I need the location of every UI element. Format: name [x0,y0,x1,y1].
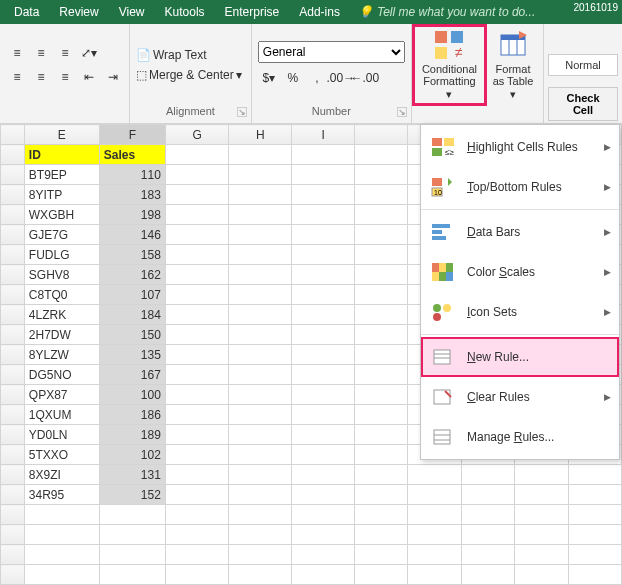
cell[interactable] [165,565,228,585]
row-header[interactable] [1,345,25,365]
cell[interactable]: 152 [99,485,165,505]
cell[interactable]: 198 [99,205,165,225]
cell[interactable] [165,165,228,185]
cell[interactable] [354,165,407,185]
cell[interactable] [292,485,355,505]
row-header[interactable] [1,165,25,185]
cell[interactable]: GJE7G [24,225,99,245]
cell[interactable]: 100 [99,385,165,405]
cell[interactable]: Sales [99,145,165,165]
cell[interactable]: 8YITP [24,185,99,205]
menu-data-bars[interactable]: Data Bars ▶ [421,212,619,252]
cell[interactable] [354,345,407,365]
cell[interactable] [354,185,407,205]
menu-highlight-cells-rules[interactable]: ≤≥ HHighlight Cells Rulesighlight Cells … [421,127,619,167]
cell[interactable] [229,505,292,525]
cell[interactable] [165,525,228,545]
number-launcher-icon[interactable]: ↘ [397,107,407,117]
cell[interactable] [354,265,407,285]
tab-data[interactable]: Data [4,0,49,24]
cell[interactable] [165,265,228,285]
cell[interactable] [292,505,355,525]
cell[interactable] [229,565,292,585]
row-header[interactable] [1,325,25,345]
cell[interactable] [354,405,407,425]
style-check-cell[interactable]: Check Cell [548,87,618,121]
comma-button[interactable]: , [306,67,328,89]
cell[interactable]: C8TQ0 [24,285,99,305]
cell[interactable] [568,465,621,485]
cell[interactable] [515,505,568,525]
tab-kutools[interactable]: Kutools [155,0,215,24]
col-header-f[interactable]: F [99,125,165,145]
cell[interactable] [292,325,355,345]
cell[interactable]: SGHV8 [24,265,99,285]
cell[interactable]: YD0LN [24,425,99,445]
cell[interactable] [165,245,228,265]
cell[interactable] [354,145,407,165]
cell[interactable] [515,545,568,565]
cell[interactable]: 8X9ZI [24,465,99,485]
merge-center-button[interactable]: ⬚ Merge & Center ▾ [136,68,242,82]
row-header[interactable] [1,205,25,225]
cell[interactable] [354,485,407,505]
cell[interactable] [292,265,355,285]
cell[interactable] [292,245,355,265]
cell[interactable]: 146 [99,225,165,245]
cell[interactable] [165,485,228,505]
menu-top-bottom-rules[interactable]: 10 Top/Bottom Rules ▶ [421,167,619,207]
cell[interactable] [515,465,568,485]
cell[interactable] [292,425,355,445]
cell[interactable] [165,405,228,425]
alignment-launcher-icon[interactable]: ↘ [237,107,247,117]
cell[interactable] [408,545,461,565]
cell[interactable] [292,465,355,485]
cell[interactable]: 162 [99,265,165,285]
cell[interactable] [229,165,292,185]
cell[interactable] [229,205,292,225]
cell[interactable] [354,505,407,525]
row-header[interactable] [1,485,25,505]
cell[interactable] [229,285,292,305]
cell[interactable] [461,565,514,585]
cell[interactable]: 110 [99,165,165,185]
wrap-text-button[interactable]: 📄 Wrap Text [136,48,242,62]
cell[interactable]: 1QXUM [24,405,99,425]
cell[interactable] [354,205,407,225]
tab-review[interactable]: Review [49,0,108,24]
cell[interactable]: 107 [99,285,165,305]
cell[interactable] [292,405,355,425]
cell[interactable]: 135 [99,345,165,365]
cell[interactable] [99,525,165,545]
cell[interactable] [99,565,165,585]
cell[interactable] [292,345,355,365]
cell[interactable] [229,405,292,425]
cell[interactable] [568,485,621,505]
row-header[interactable] [1,245,25,265]
cell[interactable] [568,505,621,525]
cell[interactable] [408,565,461,585]
cell[interactable] [354,465,407,485]
tab-addins[interactable]: Add-ins [289,0,350,24]
cell[interactable] [165,145,228,165]
cell[interactable] [354,365,407,385]
row-header[interactable] [1,465,25,485]
cell[interactable] [165,345,228,365]
cell[interactable]: 4LZRK [24,305,99,325]
cell[interactable] [461,485,514,505]
cell[interactable] [229,425,292,445]
cell[interactable]: ID [24,145,99,165]
cell[interactable] [165,465,228,485]
cell[interactable] [229,365,292,385]
cell[interactable] [515,485,568,505]
decrease-decimal-button[interactable]: ←.00 [354,67,376,89]
row-header[interactable] [1,385,25,405]
row-header[interactable] [1,185,25,205]
row-header[interactable] [1,145,25,165]
cell[interactable] [165,425,228,445]
col-header[interactable] [354,125,407,145]
row-header[interactable] [1,425,25,445]
cell[interactable] [165,305,228,325]
tab-enterprise[interactable]: Enterprise [215,0,290,24]
cell[interactable] [165,205,228,225]
